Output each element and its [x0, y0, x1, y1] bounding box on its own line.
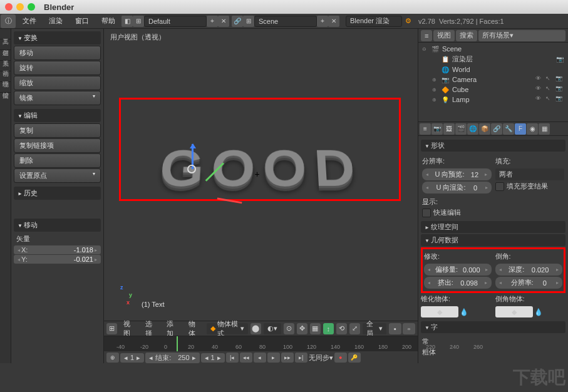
render-engine-dropdown[interactable]: Blender 渲染 [346, 16, 402, 27]
rotate-button[interactable]: 旋转 [14, 61, 101, 75]
outliner-filter-dropdown[interactable]: 所有场景▾ [478, 30, 565, 41]
remove-layout-icon[interactable]: ✕ [218, 16, 229, 27]
props-layers-icon[interactable]: 🖼 [443, 123, 455, 135]
frame-current-field[interactable]: ◂1▸ [201, 353, 225, 363]
layout-dropdown[interactable]: Default [144, 16, 207, 27]
scene-dropdown[interactable]: Scene [254, 16, 317, 27]
play-reverse-icon[interactable]: ◂ [254, 353, 266, 363]
key-prev-icon[interactable]: ◂◂ [240, 353, 252, 363]
sync-dropdown[interactable]: 无同步▾ [309, 353, 333, 363]
edit-panel-header[interactable]: 编辑 [14, 109, 101, 122]
extrude-field[interactable]: ◂挤出:0.098▸ [424, 277, 492, 289]
expand-icon[interactable]: ⊖ [422, 46, 428, 52]
bevel-depth-field[interactable]: ◂深度:0.020▸ [495, 264, 563, 276]
tree-row[interactable]: ⊕ 🔶 Cube 👁↖📷 [420, 85, 567, 95]
add-scene-icon[interactable]: + [317, 16, 328, 27]
eyedropper-icon[interactable]: 💧 [534, 308, 543, 316]
history-panel-header[interactable]: 历史 [14, 187, 101, 200]
minimize-icon[interactable] [16, 3, 24, 11]
tab-physics[interactable]: 物理 [0, 71, 11, 82]
frame-end-field[interactable]: ◂结束: 250▸ [145, 353, 199, 363]
manip-scale-icon[interactable]: ⤢ [349, 323, 360, 334]
render-u-field[interactable]: ◂U 向渲染:0▸ [422, 182, 492, 193]
scene-browse-icon[interactable]: ⊞ [243, 16, 254, 27]
props-texture-icon[interactable]: ▦ [539, 123, 550, 135]
pivot-icon[interactable]: ⊙ [284, 323, 294, 334]
jump-end-icon[interactable]: ▸| [295, 353, 307, 363]
props-scene-icon[interactable]: 🎬 [455, 123, 467, 135]
playhead[interactable] [177, 336, 178, 351]
mirror-button[interactable]: 镜像 [14, 91, 101, 105]
texspace-panel-header[interactable]: 纹理空间 [421, 221, 565, 233]
keying-icon[interactable]: 🔑 [348, 353, 361, 363]
vp-menu-object[interactable]: 物体 [185, 319, 204, 338]
menu-file[interactable]: 文件 [16, 16, 43, 26]
key-next-icon[interactable]: ▸▸ [281, 353, 294, 363]
duplicate-button[interactable]: 复制 [14, 123, 101, 138]
fill-deform-check[interactable]: 填充形变结果 [495, 182, 565, 191]
props-material-icon[interactable]: ◉ [527, 123, 538, 135]
close-icon[interactable] [5, 3, 13, 11]
autokey-icon[interactable]: ● [334, 353, 347, 363]
renderable-icon[interactable]: 📷 [555, 75, 564, 84]
props-object-icon[interactable]: 📦 [479, 123, 490, 135]
menu-window[interactable]: 窗口 [69, 16, 95, 26]
play-icon[interactable]: ▸ [267, 353, 280, 363]
manip-translate-icon[interactable]: ↕ [323, 323, 334, 334]
props-world-icon[interactable]: 🌐 [467, 123, 478, 135]
menu-render[interactable]: 渲染 [43, 16, 69, 26]
frame-start-field[interactable]: ◂1▸ [120, 353, 144, 363]
shading-dropdown[interactable]: ◐▾ [264, 323, 281, 334]
visibility-icon[interactable]: 👁 [535, 85, 544, 94]
editor-type-icon[interactable]: ⓘ [1, 14, 16, 28]
vp-menu-view[interactable]: 视图 [120, 319, 139, 338]
props-data-icon[interactable]: F [515, 123, 526, 135]
tab-animation[interactable]: 动画 [0, 61, 11, 71]
vp-menu-select[interactable]: 选择 [142, 319, 161, 338]
props-editor-icon[interactable]: ≡ [420, 123, 431, 135]
fast-edit-check[interactable]: 快速编辑 [422, 208, 564, 217]
outliner-editor-icon[interactable]: ≡ [421, 30, 432, 41]
manip-rotate-icon[interactable]: ⟲ [336, 323, 347, 334]
timeline-ruler[interactable]: -40-200204060801001201401601802002202402… [104, 336, 418, 351]
preview-u-field[interactable]: ◂U 向预览:12▸ [422, 168, 492, 180]
tree-row[interactable]: ⊕ 📷 Camera 👁↖📷 [420, 75, 567, 85]
expand-icon[interactable]: ⊕ [432, 77, 438, 83]
remove-scene-icon[interactable]: ✕ [328, 16, 339, 27]
props-modifiers-icon[interactable]: 🔧 [503, 123, 514, 135]
tree-row[interactable]: ⊖ 🎬 Scene [420, 44, 567, 54]
eyedropper-icon[interactable]: 💧 [460, 308, 468, 316]
layer-btn[interactable]: ▫ [403, 323, 415, 334]
selectable-icon[interactable]: ↖ [545, 75, 554, 84]
selectable-icon[interactable]: ↖ [545, 85, 554, 94]
transform-panel-header[interactable]: 变换 [14, 31, 101, 44]
visibility-icon[interactable]: 👁 [535, 75, 544, 84]
operator-panel-header[interactable]: 移动 [14, 219, 101, 232]
3d-viewport[interactable]: 用户视图（透视） GOOD z y x (1) Text [104, 29, 418, 321]
taper-object-field[interactable]: ◆ [421, 306, 458, 317]
delete-button[interactable]: 删除 [14, 153, 101, 168]
maximize-icon[interactable] [28, 3, 35, 11]
selectable-icon[interactable]: ↖ [545, 95, 554, 104]
back-icon[interactable]: ◧ [121, 16, 133, 27]
tab-relations[interactable]: 关系 [0, 50, 11, 61]
jump-start-icon[interactable]: |◂ [226, 353, 239, 363]
outliner-view-menu[interactable]: 视图 [433, 30, 455, 41]
fill-mode-dropdown[interactable]: 两者 [495, 168, 565, 180]
shading-sphere-icon[interactable]: ⬤ [250, 323, 261, 334]
font-panel-header[interactable]: 字 [421, 321, 565, 333]
editor-type-dropdown[interactable]: ⊞ [106, 323, 117, 334]
manipulator-toggle-icon[interactable]: ✥ [297, 323, 307, 334]
visibility-icon[interactable]: 👁 [535, 95, 544, 104]
tab-grease[interactable]: 按键 [0, 82, 11, 93]
tree-row[interactable]: 📋 渲染层 📷 [420, 54, 567, 64]
tab-tools[interactable]: 工具 [0, 29, 11, 39]
timeline-editor-icon[interactable]: ⊕ [106, 353, 119, 363]
tree-row[interactable]: 🌐 World [420, 64, 567, 75]
add-layout-icon[interactable]: + [207, 16, 218, 27]
expand-icon[interactable]: ⊕ [432, 87, 438, 93]
outliner-search-menu[interactable]: 搜索 [456, 30, 477, 41]
tree-row[interactable]: ⊕ 💡 Lamp 👁↖📷 [420, 95, 567, 105]
geometry-panel-header[interactable]: 几何数据 [421, 234, 565, 246]
set-origin-button[interactable]: 设置原点 [14, 168, 101, 183]
